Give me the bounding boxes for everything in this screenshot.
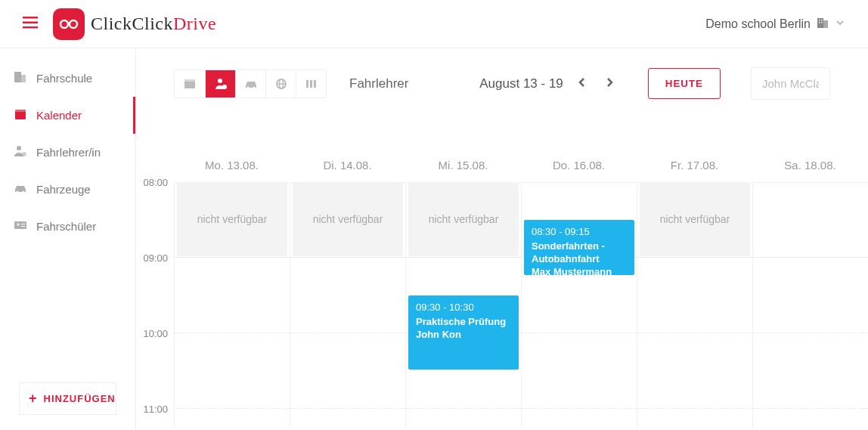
time-label: 11:00 [143, 404, 168, 415]
day-column[interactable]: 08:30 - 09:15Sonderfahrten - Autobahnfah… [521, 182, 637, 428]
today-button[interactable]: HEUTE [648, 68, 721, 99]
event-person: Max Mustermann [532, 266, 627, 275]
logo[interactable]: ClickClickDrive [53, 8, 216, 40]
svg-point-15 [17, 146, 21, 150]
svg-rect-5 [817, 18, 823, 28]
day-column[interactable] [752, 182, 868, 428]
toolbar-label: Fahrlehrer [349, 76, 408, 91]
svg-rect-14 [15, 110, 26, 112]
car-icon [14, 181, 27, 197]
sidebar-item-label: Fahrschüler [36, 220, 96, 233]
svg-rect-8 [821, 20, 823, 21]
svg-point-28 [253, 86, 255, 88]
svg-rect-9 [819, 22, 820, 23]
day-column[interactable]: nicht verfügbar [637, 182, 752, 428]
event-person: John Kon [416, 329, 511, 342]
svg-rect-7 [819, 20, 820, 21]
menu-toggle[interactable] [23, 17, 38, 32]
svg-point-27 [246, 86, 249, 88]
svg-rect-12 [21, 75, 26, 82]
unavailable-block: nicht verfügbar [408, 182, 519, 256]
sidebar-item-label: Fahrlehrer/in [36, 146, 101, 159]
svg-rect-33 [310, 80, 312, 88]
day-header: Mi. 15.08. [405, 154, 521, 182]
svg-rect-21 [21, 224, 25, 224]
id-card-icon [14, 218, 27, 234]
svg-point-4 [70, 20, 77, 28]
next-week[interactable] [601, 73, 618, 94]
calendar-event[interactable]: 08:30 - 09:15Sonderfahrten - Autobahnfah… [524, 220, 634, 275]
day-header: Di. 14.08. [290, 154, 405, 182]
svg-point-20 [17, 224, 20, 226]
sidebar-item-fahrlehrer[interactable]: Fahrlehrer/in [0, 134, 135, 171]
view-instructor[interactable] [205, 70, 235, 97]
time-label: 08:00 [143, 177, 168, 188]
svg-rect-1 [23, 21, 38, 23]
view-list[interactable] [296, 70, 326, 97]
sidebar-item-fahrschueler[interactable]: Fahrschüler [0, 208, 135, 245]
building-icon [817, 17, 829, 32]
day-column[interactable]: nicht verfügbar [290, 182, 405, 428]
event-title: Sonderfahrten - Autobahnfahrt [532, 240, 627, 266]
sidebar-item-kalender[interactable]: Kalender [0, 97, 135, 134]
unavailable-block: nicht verfügbar [293, 182, 403, 256]
svg-point-17 [17, 191, 19, 193]
svg-rect-19 [14, 221, 26, 229]
date-range: August 13 - 19 [479, 76, 563, 91]
calendar-icon [14, 107, 27, 123]
school-selector[interactable]: Demo school Berlin [705, 17, 845, 32]
svg-rect-10 [821, 22, 823, 23]
svg-rect-11 [14, 72, 21, 82]
sidebar-item-label: Fahrschule [36, 72, 92, 85]
prev-week[interactable] [574, 73, 591, 94]
day-header: Fr. 17.08. [637, 154, 752, 182]
person-icon [14, 144, 27, 160]
svg-rect-24 [184, 79, 195, 82]
search-input[interactable] [751, 67, 830, 100]
day-column[interactable]: nicht verfügbar09:30 - 10:30Praktische P… [405, 182, 521, 428]
svg-point-25 [218, 79, 222, 83]
unavailable-block: nicht verfügbar [177, 182, 287, 256]
sidebar-item-fahrzeuge[interactable]: Fahrzeuge [0, 171, 135, 208]
sidebar-item-label: Kalender [36, 109, 82, 122]
time-label: 10:00 [143, 328, 168, 339]
svg-point-16 [22, 152, 26, 156]
time-label: 09:00 [143, 252, 168, 264]
plus-icon: + [29, 391, 38, 407]
view-globe[interactable] [265, 70, 296, 97]
calendar-event[interactable]: 09:30 - 10:30Praktische PrüfungJohn Kon [408, 295, 519, 370]
view-calendar[interactable] [175, 70, 205, 97]
view-switcher [174, 70, 327, 98]
day-header: Sa. 18.08. [752, 154, 868, 182]
sidebar-item-label: Fahrzeuge [36, 183, 91, 196]
day-column[interactable]: nicht verfügbar [174, 182, 290, 428]
event-title: Praktische Prüfung [416, 316, 511, 329]
logo-text: ClickClickDrive [91, 14, 216, 34]
svg-rect-22 [21, 226, 25, 227]
svg-rect-6 [823, 20, 828, 28]
svg-point-3 [60, 20, 68, 28]
add-button-label: HINZUFÜGEN [44, 393, 116, 404]
unavailable-block: nicht verfügbar [640, 182, 750, 256]
event-time: 08:30 - 09:15 [532, 226, 627, 239]
svg-rect-0 [23, 17, 38, 19]
chevron-down-icon [835, 17, 845, 31]
svg-rect-32 [306, 80, 308, 88]
building-icon [14, 70, 27, 86]
day-header: Mo. 13.08. [174, 154, 290, 182]
add-button[interactable]: + HINZUFÜGEN [19, 382, 116, 415]
logo-icon [53, 8, 85, 40]
svg-rect-34 [314, 80, 316, 88]
svg-rect-2 [23, 26, 38, 29]
day-header: Do. 16.08. [521, 154, 637, 182]
event-time: 09:30 - 10:30 [416, 302, 511, 314]
view-vehicle[interactable] [235, 70, 265, 97]
svg-point-18 [23, 191, 25, 193]
school-name: Demo school Berlin [705, 17, 811, 31]
sidebar-item-fahrschule[interactable]: Fahrschule [0, 60, 135, 97]
svg-point-26 [222, 85, 227, 89]
